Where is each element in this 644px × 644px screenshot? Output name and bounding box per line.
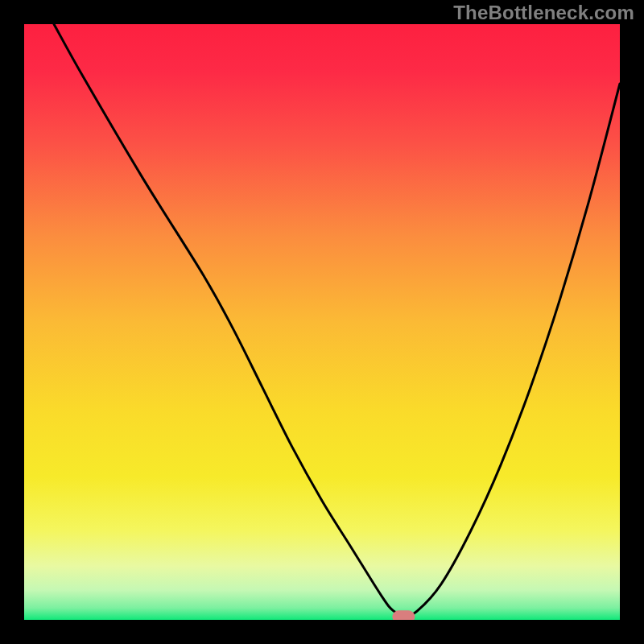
watermark-text: TheBottleneck.com (453, 2, 634, 24)
plot-background (24, 24, 620, 620)
chart-container: { "watermark": "TheBottleneck.com", "cha… (0, 0, 644, 644)
bottleneck-chart (0, 0, 644, 644)
